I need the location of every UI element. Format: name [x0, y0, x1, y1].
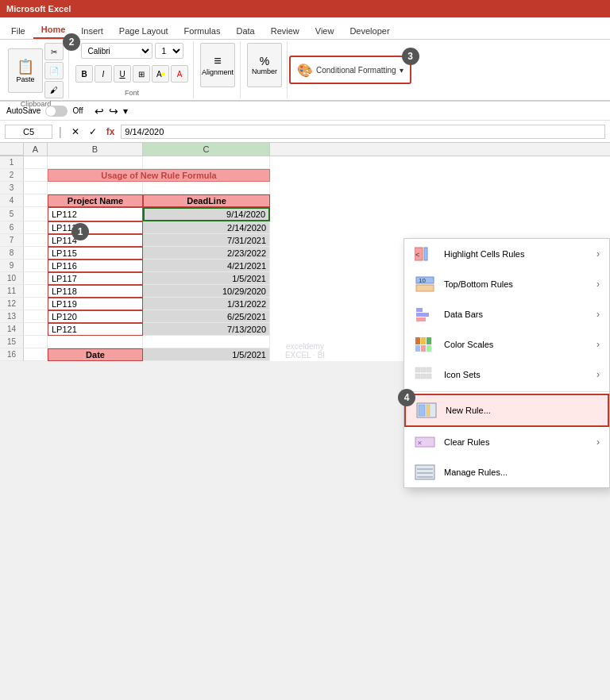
cell-b9[interactable]: LP116	[48, 260, 143, 272]
cell-a7[interactable]	[24, 234, 48, 247]
tab-review[interactable]: Review	[263, 23, 307, 39]
format-painter-button[interactable]: 🖌	[44, 81, 64, 98]
tab-view[interactable]: View	[307, 23, 342, 39]
cell-b1[interactable]	[48, 156, 143, 169]
cell-c5[interactable]: 9/14/2020	[143, 207, 270, 221]
menu-arrow-highlight: ›	[596, 248, 600, 260]
cell-b3[interactable]	[48, 182, 143, 194]
cf-group: 🎨 Conditional Formatting ▾ 3	[289, 56, 411, 84]
col-header-a[interactable]: A	[24, 143, 48, 156]
formula-cancel[interactable]: ✕	[68, 126, 83, 137]
menu-item-highlight[interactable]: < Highlight Cells Rules ›	[404, 239, 609, 269]
formula-input[interactable]	[121, 125, 605, 139]
menu-item-clearrules[interactable]: ✕ Clear Rules ›	[404, 427, 609, 457]
cell-b10[interactable]: LP117	[48, 272, 143, 285]
fontsize-select[interactable]: 11	[155, 43, 183, 59]
col-header-c[interactable]: C	[143, 143, 270, 156]
customize-button[interactable]: ▾	[123, 106, 128, 117]
cell-a5[interactable]	[24, 207, 48, 221]
cell-b6[interactable]: LP113	[48, 221, 143, 234]
cell-b11[interactable]: LP118	[48, 285, 143, 298]
formula-confirm[interactable]: ✓	[86, 126, 100, 137]
badge-4: 4	[398, 389, 415, 406]
tab-insert[interactable]: Insert	[73, 23, 111, 39]
cell-a4[interactable]	[24, 194, 48, 207]
cell-a1[interactable]	[24, 156, 48, 169]
cell-a14[interactable]	[24, 323, 48, 336]
cell-reference-input[interactable]	[5, 125, 52, 139]
tab-pagelayout[interactable]: Page Layout	[111, 23, 176, 39]
cell-c6[interactable]: 2/14/2020	[143, 221, 270, 234]
col-header-b[interactable]: B	[48, 143, 143, 156]
cell-title[interactable]: Usage of New Rule Formula	[48, 169, 270, 182]
cell-a11[interactable]	[24, 285, 48, 298]
cell-c14[interactable]: 7/13/2020	[143, 323, 270, 336]
col-headers: A B C	[0, 143, 610, 156]
formula-insert[interactable]: fx	[103, 126, 118, 137]
menu-item-databars[interactable]: Data Bars ›	[404, 299, 609, 329]
cell-c16[interactable]: 1/5/2021	[143, 348, 270, 361]
cell-c12[interactable]: 1/31/2022	[143, 298, 270, 310]
formula-separator: |	[56, 125, 65, 138]
font-color-button[interactable]: A	[171, 65, 188, 83]
alignment-button[interactable]: ≡ Alignment	[200, 43, 235, 87]
tab-data[interactable]: Data	[228, 23, 262, 39]
cell-a12[interactable]	[24, 298, 48, 310]
menu-item-iconsets[interactable]: Icon Sets ›	[404, 360, 609, 390]
cut-button[interactable]: ✂	[44, 43, 64, 60]
autosave-toggle[interactable]	[45, 106, 68, 117]
font-select[interactable]: Calibri	[81, 43, 152, 59]
border-button[interactable]: ⊞	[133, 65, 150, 83]
cell-c15[interactable]	[143, 336, 270, 348]
italic-button[interactable]: I	[95, 65, 112, 83]
tab-developer[interactable]: Developer	[342, 23, 397, 39]
cell-b15[interactable]	[48, 336, 143, 348]
cell-b5[interactable]: LP112	[48, 207, 143, 221]
number-button[interactable]: % Number	[247, 43, 282, 87]
cell-b8[interactable]: LP115	[48, 247, 143, 260]
cell-c7[interactable]: 7/31/2021	[143, 234, 270, 247]
cell-b7[interactable]: LP114	[48, 234, 143, 247]
row-num-5: 5	[0, 207, 24, 221]
menu-item-colorscales[interactable]: Color Scales ›	[404, 329, 609, 360]
menu-item-managerules[interactable]: Manage Rules...	[404, 457, 609, 487]
undo-button[interactable]: ↩	[95, 105, 104, 117]
row-num-13: 13	[0, 310, 24, 323]
cell-c8[interactable]: 2/23/2022	[143, 247, 270, 260]
cell-a9[interactable]	[24, 260, 48, 272]
cell-b14[interactable]: LP121	[48, 323, 143, 336]
cell-b16-date[interactable]: Date	[48, 348, 143, 361]
svg-rect-14	[427, 345, 431, 352]
menu-item-topbottom[interactable]: 10 Top/Bottom Rules ›	[404, 269, 609, 299]
underline-button[interactable]: U	[114, 65, 131, 83]
cell-c13[interactable]: 6/25/2021	[143, 310, 270, 323]
cell-c11[interactable]: 10/29/2020	[143, 285, 270, 298]
tab-file[interactable]: File	[3, 23, 33, 39]
cell-a16[interactable]	[24, 348, 48, 361]
svg-rect-15	[415, 367, 420, 372]
bold-button[interactable]: B	[75, 65, 93, 83]
cell-b12[interactable]: LP119	[48, 298, 143, 310]
watermark-sub: EXCEL · BI	[285, 351, 325, 360]
cell-a15[interactable]	[24, 336, 48, 348]
cell-c3[interactable]	[143, 182, 270, 194]
cell-a6[interactable]	[24, 221, 48, 234]
cell-a13[interactable]	[24, 310, 48, 323]
cell-b13[interactable]: LP120	[48, 310, 143, 323]
cell-a8[interactable]	[24, 247, 48, 260]
tab-formulas[interactable]: Formulas	[176, 23, 229, 39]
copy-button[interactable]: 📄	[44, 62, 64, 79]
cell-c1[interactable]	[143, 156, 270, 169]
cell-c4-header[interactable]: DeadLine	[143, 194, 270, 207]
cell-b4-header[interactable]: Project Name	[48, 194, 143, 207]
cell-a3[interactable]	[24, 182, 48, 194]
cell-a10[interactable]	[24, 272, 48, 285]
cell-c9[interactable]: 4/21/2021	[143, 260, 270, 272]
paste-button[interactable]: 📋 Paste	[8, 48, 43, 93]
fill-color-button[interactable]: A	[152, 65, 169, 83]
conditional-formatting-button[interactable]: 🎨 Conditional Formatting ▾	[289, 56, 411, 84]
cell-a2[interactable]	[24, 169, 48, 182]
cell-c10[interactable]: 1/5/2021	[143, 272, 270, 285]
menu-item-newrule[interactable]: New Rule...	[404, 394, 609, 427]
redo-button[interactable]: ↪	[109, 105, 118, 117]
